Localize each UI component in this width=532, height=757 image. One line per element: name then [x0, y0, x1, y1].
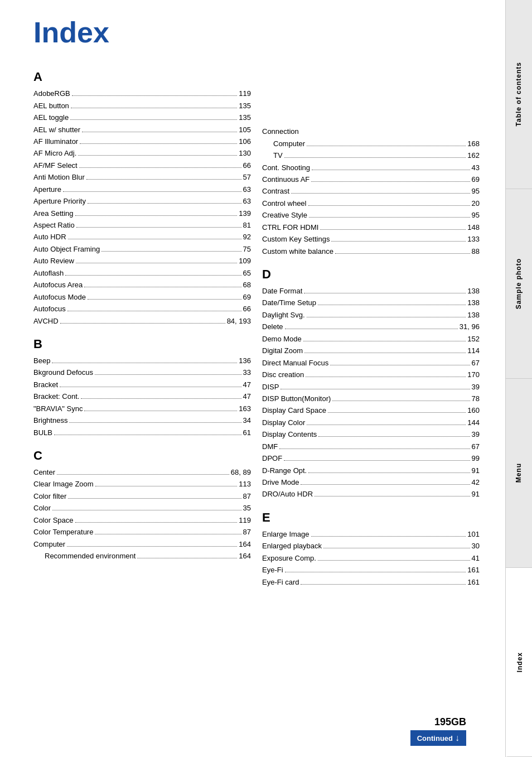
entry-name: Custom Key Settings: [262, 233, 330, 245]
list-item: BULB61: [33, 427, 251, 438]
entry-name: Computer: [273, 138, 305, 150]
list-item: Auto HDR92: [33, 231, 251, 243]
entry-dots: [54, 435, 241, 435]
entry-dots: [76, 227, 241, 228]
list-item: Disc creation170: [262, 369, 480, 380]
list-item: Contrast95: [262, 185, 480, 197]
entry-name: Enlarged playback: [262, 540, 322, 552]
list-item: Demo Mode152: [262, 333, 480, 345]
entry-name: AEL w/ shutter: [33, 124, 80, 136]
entry-dots: [301, 584, 466, 585]
entry-page: 139: [239, 208, 251, 219]
sidebar-tab-menu[interactable]: Menu: [506, 379, 532, 568]
entry-page: 87: [243, 490, 251, 502]
entry-dots: [307, 425, 466, 425]
entry-dots: [304, 353, 466, 353]
entry-page: 144: [467, 417, 480, 428]
section-header-a: A: [33, 70, 251, 84]
entry-dots: [68, 498, 241, 499]
entry-page: 109: [239, 255, 251, 267]
entry-dots: [88, 203, 241, 204]
entry-dots: [335, 253, 470, 254]
entry-name: Center: [33, 466, 55, 478]
entry-page: 135: [239, 112, 251, 123]
entry-name: Bracket: Cont.: [33, 390, 79, 402]
entry-page: 95: [472, 209, 480, 221]
list-item: Autofocus66: [33, 303, 251, 315]
list-item: AEL w/ shutter105: [33, 124, 251, 136]
entry-name: Color Space: [33, 514, 74, 526]
list-item: Center68, 89: [33, 466, 251, 478]
entry-name: Date Format: [262, 285, 302, 297]
entry-name: D-Range Opt.: [262, 465, 307, 476]
list-item: Enlarged playback30: [262, 540, 480, 552]
entry-dots: [304, 293, 466, 293]
section-header-d: D: [262, 267, 480, 282]
entry-name: Drive Mode: [262, 476, 299, 488]
entry-page: 92: [243, 231, 251, 243]
entry-name: DMF: [262, 441, 278, 452]
entry-page: 138: [467, 297, 480, 308]
entry-name: Bkground Defocus: [33, 367, 93, 378]
entry-name: Demo Mode: [262, 333, 302, 345]
entry-dots: [95, 374, 241, 375]
entry-name: Color filter: [33, 490, 66, 502]
entry-dots: [311, 181, 470, 182]
entry-page: 138: [467, 285, 480, 297]
entry-dots: [284, 157, 466, 158]
sidebar-tab-sample-photo[interactable]: Sample photo: [506, 189, 532, 378]
entry-name: AEL toggle: [33, 112, 69, 123]
entry-page: 99: [472, 452, 480, 464]
entry-dots: [312, 170, 470, 170]
entry-dots: [320, 229, 466, 230]
entry-name: DISP Button(Monitor): [262, 393, 331, 404]
section-c: Center68, 89Clear Image Zoom113Color fil…: [33, 466, 251, 562]
list-item: DPOF99: [262, 452, 480, 464]
list-item: D-Range Opt.91: [262, 465, 480, 476]
list-item: Auto Review109: [33, 255, 251, 267]
entry-name: Eye-Fi: [262, 564, 283, 576]
right-column: ConnectionComputer168TV162Cont. Shooting…: [262, 60, 480, 588]
entry-page: 161: [467, 564, 480, 576]
entry-page: 106: [239, 136, 251, 147]
list-item: Enlarge Image101: [262, 528, 480, 540]
entry-name: Recommended environment: [45, 550, 136, 562]
list-item: Bkground Defocus33: [33, 367, 251, 378]
entry-name: DISP: [262, 381, 279, 393]
entry-dots: [78, 155, 237, 156]
list-item: Custom white balance88: [262, 245, 480, 257]
entry-page: 43: [472, 162, 480, 173]
entry-page: 130: [239, 147, 251, 159]
list-item: Direct Manual Focus67: [262, 357, 480, 369]
entry-name: Digital Zoom: [262, 345, 303, 356]
sidebar-tab-table-of-contents[interactable]: Table of contents: [506, 0, 532, 189]
section-a: AdobeRGB119AEL button135AEL toggle135AEL…: [33, 88, 251, 327]
entry-dots: [285, 329, 458, 329]
entry-page: 84, 193: [227, 315, 251, 327]
continued-label: Continued: [417, 734, 453, 742]
entry-dots: [311, 536, 466, 537]
list-item: Date/Time Setup138: [262, 297, 480, 308]
entry-dots: [82, 132, 237, 132]
entry-dots: [95, 534, 241, 534]
entry-name: AEL button: [33, 100, 69, 112]
entry-name: Brightness: [33, 414, 67, 426]
entry-name: DPOF: [262, 452, 282, 464]
entry-dots: [84, 411, 237, 411]
list-item: DISP39: [262, 381, 480, 393]
entry-dots: [323, 548, 470, 548]
continued-button[interactable]: Continued ↓: [410, 730, 466, 746]
entry-dots: [306, 377, 466, 377]
entry-name: "BRAVIA" Sync: [33, 403, 83, 414]
entry-dots: [60, 387, 241, 387]
sidebar-tab-index[interactable]: Index: [506, 568, 532, 757]
list-item: Continuous AF69: [262, 173, 480, 185]
entry-name: Connection: [262, 126, 299, 137]
list-item: Daylight Svg.138: [262, 309, 480, 321]
entry-name: Eye-Fi card: [262, 576, 299, 588]
entry-page: 170: [467, 369, 480, 380]
entry-dots: [280, 389, 470, 389]
entry-page: 119: [239, 514, 251, 526]
list-item: Color Space119: [33, 514, 251, 526]
page-number: 195GB: [434, 716, 466, 728]
